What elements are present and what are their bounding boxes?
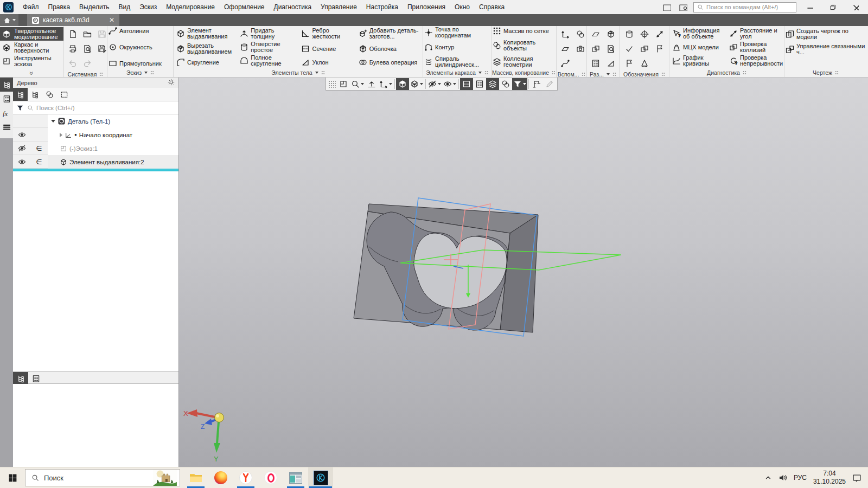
print-button[interactable] [68,44,77,53]
notification-center-icon[interactable] [852,473,861,483]
aux-axes-button[interactable] [561,30,570,38]
layout-panels-icon[interactable] [661,3,673,11]
volume-icon[interactable] [778,473,787,482]
group-handle[interactable] [582,72,585,76]
membership-icon[interactable]: ∈ [30,155,48,169]
partition-table-button[interactable] [591,59,600,68]
clock[interactable]: 7:04 31.10.2025 [813,470,846,486]
cmd-add-blank-part[interactable]: Добавить деталь-заготов... [358,28,421,40]
cmd-shell[interactable]: Оболочка [358,44,421,53]
partition-zone-button[interactable] [591,44,600,53]
view-sheet-button[interactable] [473,78,486,90]
hide-objects-button[interactable] [427,78,442,90]
cmd-thicken[interactable]: Придать толщину [239,28,299,40]
group-expand-icon[interactable] [607,73,610,75]
cmd-spiral[interactable]: Спираль цилиндрическ... [423,56,491,68]
group-expand-icon[interactable] [478,72,482,74]
menu-view[interactable]: Вид [114,1,135,13]
notation-roughness-button[interactable] [625,44,634,53]
clip-view-button[interactable] [460,78,473,90]
taskbar-yandex-browser[interactable] [233,467,258,488]
orientation-button[interactable] [365,78,378,90]
group-handle[interactable] [552,70,556,75]
tree-sequence-button[interactable] [28,88,42,101]
texture-display-button[interactable] [486,78,499,90]
shaded-display-button[interactable] [396,78,409,90]
bottom-tab-tree[interactable] [13,372,28,385]
group-handle[interactable] [612,72,616,76]
new-document-button[interactable] [68,30,77,38]
cmd-rectangle[interactable]: Прямоугольник [107,59,173,68]
aux-point-chain-button[interactable] [576,30,585,38]
cmd-boolean[interactable]: Булева операция [358,58,421,67]
cmd-point-by-coords[interactable]: Точка по координатам [423,27,491,38]
tree-row-extrusion[interactable]: ∈ Элемент выдавливания:2 [13,155,178,169]
menu-applications[interactable]: Приложения [403,1,450,13]
save-as-button[interactable] [98,44,106,53]
home-button[interactable] [0,14,18,26]
cmd-contour[interactable]: Контур [423,43,491,52]
panel-tab-parameters[interactable] [0,92,13,106]
cmd-object-info[interactable]: Информация об объекте [671,28,727,40]
menu-help[interactable]: Справка [475,1,509,13]
bottom-tab-parameters[interactable] [28,372,43,385]
tree-row-part[interactable]: Деталь (Тел-1) [13,114,178,128]
cmd-section[interactable]: Сечение [300,44,356,53]
tree-structure-button[interactable] [13,88,28,101]
close-tab-icon[interactable]: ✕ [109,16,114,24]
group-handle[interactable] [835,70,839,75]
toolbar-drag-handle[interactable] [328,80,336,88]
cmd-manage-linked[interactable]: Управление связанными ч... [784,43,867,55]
membership-icon[interactable]: ∈ [30,142,48,155]
taskbar-kompas-3d[interactable] [308,467,333,488]
construction-mode-button[interactable] [530,78,543,90]
group-handle[interactable] [661,72,665,76]
cmd-autoline[interactable]: Автолиния [107,27,173,35]
group-handle[interactable] [321,70,325,75]
filter-objects-button[interactable] [512,78,527,90]
menu-edit[interactable]: Правка [44,1,75,13]
collapse-ribbon-icon[interactable]: » [30,71,34,75]
tree-relations-button[interactable] [42,88,57,101]
visibility-eye-icon[interactable] [13,155,30,169]
undo-button[interactable] [68,59,77,68]
cmd-cut-extrude[interactable]: Вырезать выдавливанием [175,43,238,55]
search-highlight-image[interactable] [150,470,180,486]
tray-expand-chevron-icon[interactable] [764,474,772,481]
notation-cylinder-button[interactable] [625,30,634,38]
preview-button[interactable] [83,44,92,53]
display-mode-button[interactable] [409,78,424,90]
notation-flag-button[interactable] [625,59,634,68]
copy-properties-button[interactable] [499,78,512,90]
redo-button[interactable] [83,59,92,68]
expand-collapse-icon[interactable] [60,133,62,137]
menu-layout[interactable]: Оформление [220,1,269,13]
menu-file[interactable]: Файл [18,1,43,13]
panel-tab-menu[interactable] [0,120,13,134]
cmd-distance-angle[interactable]: Расстояние и угол [728,28,782,40]
tree-filter-funnel-icon[interactable] [13,104,27,112]
aux-plane-button[interactable] [561,44,570,53]
panel-tab-tree[interactable] [0,78,13,92]
category-frame-surfaces[interactable]: Каркас и поверхности [0,41,63,54]
taskbar-search-input[interactable]: Поиск [25,469,180,486]
taskbar-opera[interactable] [258,467,283,488]
group-expand-icon[interactable] [315,72,318,74]
category-solid-modeling[interactable]: Твердотельное моделирование [0,27,63,41]
model-viewport[interactable]: X Z Y [179,78,868,467]
close-window-button[interactable] [846,1,865,13]
menu-settings[interactable]: Настройка [362,1,403,13]
notation-cone-button[interactable] [640,59,649,68]
cmd-create-drawing[interactable]: Создать чертеж по модели [784,28,867,40]
menu-diagnostics[interactable]: Диагностика [270,1,316,13]
partition-mold-button[interactable] [607,30,615,38]
cmd-rib[interactable]: Ребро жесткости [300,28,356,40]
menu-sketch[interactable]: Эскиз [135,1,161,13]
cmd-mass-properties[interactable]: МЦХ модели [671,43,727,52]
expand-collapse-icon[interactable] [51,120,55,123]
taskbar-file-explorer[interactable] [183,467,208,488]
save-button[interactable] [98,30,106,38]
cmd-grid-array[interactable]: Массив по сетке [492,27,556,35]
cmd-simple-hole[interactable]: Отверстие простое [239,41,299,53]
tree-search[interactable]: Поиск (Ctrl+/) [13,101,178,114]
